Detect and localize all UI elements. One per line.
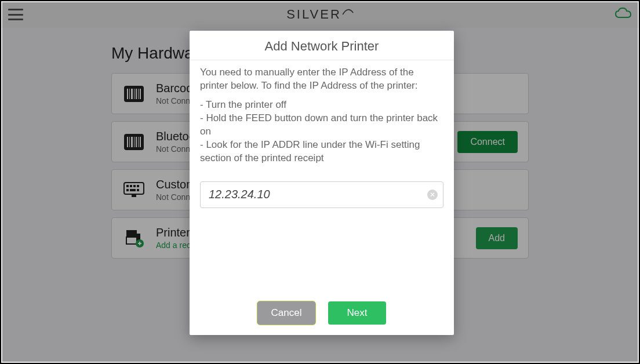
modal-title: Add Network Printer bbox=[190, 31, 454, 60]
modal-body: You need to manually enter the IP Addres… bbox=[190, 60, 454, 292]
add-network-printer-modal: Add Network Printer You need to manually… bbox=[190, 31, 454, 335]
modal-footer: Cancel Next bbox=[190, 292, 454, 335]
modal-intro: You need to manually enter the IP Addres… bbox=[200, 66, 443, 93]
next-button[interactable]: Next bbox=[328, 301, 386, 325]
modal-step1: - Turn the printer off bbox=[200, 99, 443, 112]
modal-step3: - Look for the IP ADDR line under the Wi… bbox=[200, 139, 443, 165]
clear-input-icon[interactable]: ✕ bbox=[427, 190, 438, 200]
cancel-button[interactable]: Cancel bbox=[257, 301, 315, 325]
ip-address-input[interactable] bbox=[200, 181, 443, 208]
modal-step2: - Hold the FEED button down and turn the… bbox=[200, 112, 443, 139]
